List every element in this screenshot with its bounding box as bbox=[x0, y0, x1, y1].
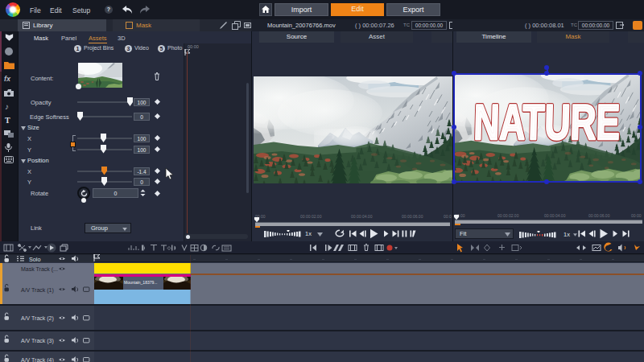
svg-text:Mask Track (...: Mask Track (... bbox=[21, 266, 58, 273]
svg-text:A/V Track (3): A/V Track (3) bbox=[21, 338, 54, 344]
svg-text:A/V Track (1): A/V Track (1) bbox=[21, 287, 54, 294]
svg-text:A/V Track (4): A/V Track (4) bbox=[21, 357, 54, 362]
svg-text:Solo: Solo bbox=[29, 256, 40, 263]
svg-text:A/V Track (2): A/V Track (2) bbox=[21, 315, 54, 322]
